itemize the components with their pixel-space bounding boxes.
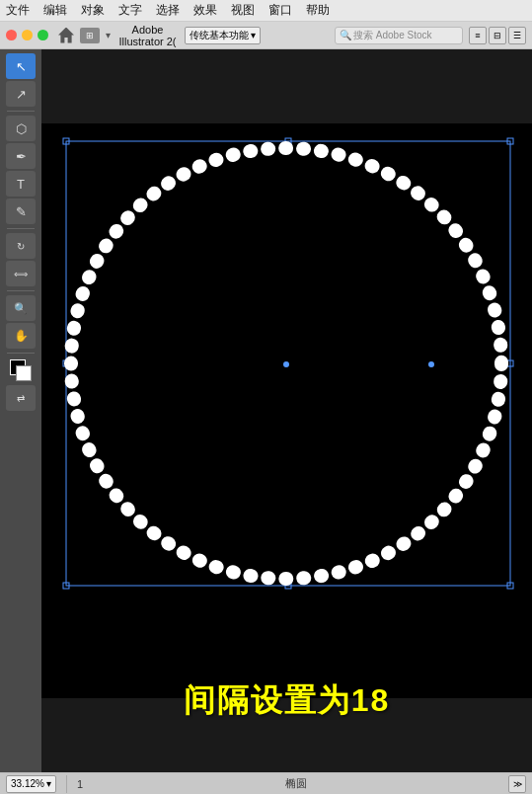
close-button[interactable] bbox=[6, 30, 17, 40]
search-bar[interactable]: 🔍 搜索 Adobe Stock bbox=[335, 27, 463, 44]
svg-point-11 bbox=[428, 361, 434, 367]
menu-view[interactable]: 视图 bbox=[231, 2, 255, 19]
text-tool-button[interactable]: T bbox=[6, 171, 36, 197]
maximize-button[interactable] bbox=[38, 30, 48, 40]
zoom-tool-button[interactable]: 🔍 bbox=[6, 295, 36, 321]
mirror-tool-button[interactable]: ⟺ bbox=[6, 261, 36, 286]
toolbar-separator-4 bbox=[7, 353, 35, 354]
brush-tool-button[interactable]: ✎ bbox=[6, 198, 36, 224]
direct-select-tool-button[interactable]: ↗ bbox=[6, 81, 36, 107]
menu-select[interactable]: 选择 bbox=[156, 2, 180, 19]
bottom-divider-1 bbox=[66, 775, 67, 793]
dropdown-arrow-icon: ▾ bbox=[106, 30, 111, 40]
home-icon[interactable] bbox=[58, 28, 74, 43]
app-toolbar: ⊞ ▾ Adobe Illustrator 2( 传统基本功能 ▾ 🔍 搜索 A… bbox=[0, 22, 532, 49]
menu-help[interactable]: 帮助 bbox=[306, 2, 330, 19]
menu-effect[interactable]: 效果 bbox=[193, 2, 217, 19]
hand-tool-button[interactable]: ✋ bbox=[6, 323, 36, 349]
app-title: Adobe Illustrator 2( bbox=[116, 24, 179, 47]
search-placeholder: 搜索 Adobe Stock bbox=[353, 29, 431, 42]
pen-tool-button[interactable]: ✒ bbox=[6, 143, 36, 169]
toolbar-separator-3 bbox=[7, 290, 35, 291]
bottom-bar: 33.12% ▾ 1 椭圆 ≫ bbox=[0, 772, 532, 794]
menu-edit[interactable]: 编辑 bbox=[43, 2, 67, 19]
search-icon: 🔍 bbox=[340, 30, 351, 40]
settings-icon[interactable]: ☰ bbox=[508, 27, 526, 44]
svg-point-10 bbox=[283, 361, 289, 367]
bottom-right-panel-icon[interactable]: ≫ bbox=[508, 775, 526, 793]
select-tool-button[interactable]: ↖ bbox=[6, 53, 36, 79]
toolbar-separator-2 bbox=[7, 228, 35, 229]
shape-name-display: 椭圆 bbox=[230, 776, 361, 791]
panels-icon[interactable]: ≡ bbox=[469, 27, 487, 44]
page-number: 1 bbox=[77, 778, 83, 790]
toolbar-separator-1 bbox=[7, 111, 35, 112]
menu-window[interactable]: 窗口 bbox=[268, 2, 292, 19]
panel-icons: ≡ ⊟ ☰ bbox=[469, 27, 526, 44]
rotate-tool-button[interactable]: ↻ bbox=[6, 233, 36, 259]
menu-object[interactable]: 对象 bbox=[81, 2, 105, 19]
menu-text[interactable]: 文字 bbox=[118, 2, 142, 19]
grid-view-icon[interactable]: ⊞ bbox=[80, 28, 100, 43]
traffic-lights bbox=[6, 30, 48, 40]
left-toolbar: ↖ ↗ ⬡ ✒ T ✎ ↻ ⟺ 🔍 ✋ ⇄ bbox=[0, 49, 41, 772]
swap-colors-icon[interactable]: ⇄ bbox=[6, 385, 36, 411]
view-options-icon[interactable]: ⊟ bbox=[489, 27, 506, 44]
canvas-svg bbox=[41, 49, 532, 772]
svg-rect-0 bbox=[41, 123, 532, 698]
zoom-selector[interactable]: 33.12% ▾ bbox=[6, 775, 56, 793]
shape-tool-button[interactable]: ⬡ bbox=[6, 116, 36, 141]
menu-file[interactable]: 文件 bbox=[6, 2, 30, 19]
minimize-button[interactable] bbox=[22, 30, 33, 40]
color-boxes[interactable] bbox=[10, 359, 32, 381]
canvas-area: 间隔设置为18 bbox=[41, 49, 532, 772]
menu-bar: 文件 编辑 对象 文字 选择 效果 视图 窗口 帮助 bbox=[0, 0, 532, 22]
mode-selector[interactable]: 传统基本功能 ▾ bbox=[185, 27, 261, 44]
